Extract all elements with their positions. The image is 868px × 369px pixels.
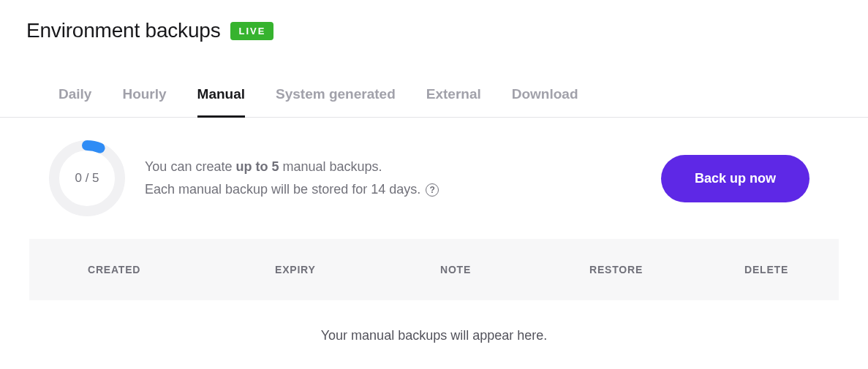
page-header: Environment backups LIVE — [0, 0, 868, 42]
column-header-restore: RESTORE — [589, 264, 744, 275]
tabs-nav: Daily Hourly Manual System generated Ext… — [0, 42, 868, 118]
backup-usage-ring: 0 / 5 — [47, 138, 127, 218]
info-line1-bold: up to 5 — [235, 159, 279, 174]
info-line2: Each manual backup will be stored for 14… — [145, 182, 420, 197]
info-text: You can create up to 5 manual backups. E… — [145, 156, 644, 200]
backup-now-button[interactable]: Back up now — [661, 155, 809, 202]
info-line1-post: manual backups. — [279, 159, 382, 174]
info-line1-pre: You can create — [145, 159, 235, 174]
live-badge: LIVE — [230, 22, 273, 40]
column-header-delete: DELETE — [744, 264, 788, 275]
tab-external[interactable]: External — [426, 86, 481, 118]
empty-state-message: Your manual backups will appear here. — [0, 300, 868, 369]
tab-hourly[interactable]: Hourly — [122, 86, 166, 118]
backup-usage-label: 0 / 5 — [75, 171, 99, 186]
tab-manual[interactable]: Manual — [197, 86, 245, 118]
tab-system-generated[interactable]: System generated — [276, 86, 396, 118]
tab-daily[interactable]: Daily — [59, 86, 91, 118]
tab-download[interactable]: Download — [512, 86, 578, 118]
info-row: 0 / 5 You can create up to 5 manual back… — [0, 118, 868, 239]
page-title: Environment backups — [26, 19, 220, 42]
column-header-note: NOTE — [440, 264, 589, 275]
column-header-expiry: EXPIRY — [275, 264, 440, 275]
help-icon[interactable]: ? — [426, 183, 439, 197]
table-header: CREATED EXPIRY NOTE RESTORE DELETE — [29, 239, 839, 300]
column-header-created: CREATED — [88, 264, 275, 275]
